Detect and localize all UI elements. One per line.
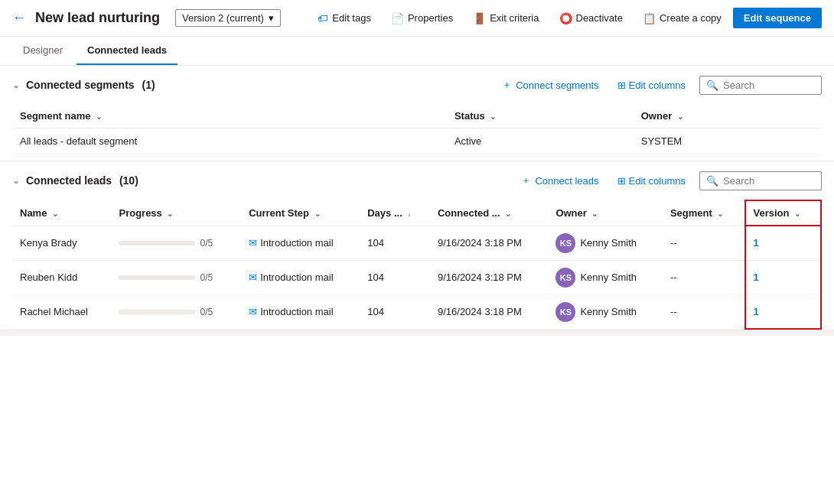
lead-name-cell: Kenya Brady xyxy=(12,226,111,260)
mail-icon: ✉ xyxy=(249,272,257,283)
sort-status-icon: ⌄ xyxy=(490,112,496,121)
connect-segments-button[interactable]: ＋ Connect segments xyxy=(497,75,603,95)
table-row: Rachel Michael 0/5 ✉ Introduction mail 1… xyxy=(12,294,821,329)
segments-search-box[interactable]: 🔍 xyxy=(699,76,822,95)
lead-progress-cell: 0/5 xyxy=(111,260,241,294)
properties-icon: 📄 xyxy=(391,12,404,24)
edit-sequence-button[interactable]: Edit sequence xyxy=(733,8,822,28)
tab-bar: Designer Connected leads xyxy=(0,37,834,66)
lead-version-cell: 1 xyxy=(745,260,821,294)
tab-designer[interactable]: Designer xyxy=(12,37,73,65)
properties-label: Properties xyxy=(408,12,453,24)
col-days[interactable]: Days ... ↓ xyxy=(360,200,430,226)
sort-version-icon: ⌄ xyxy=(794,210,800,218)
exit-criteria-button[interactable]: 🚪 Exit criteria xyxy=(464,8,547,29)
exit-criteria-icon: 🚪 xyxy=(473,12,486,24)
top-bar: ← New lead nurturing Version 2 (current)… xyxy=(0,0,834,37)
lead-name-cell: Rachel Michael xyxy=(12,294,111,329)
segments-search-icon: 🔍 xyxy=(706,80,718,91)
col-owner-seg[interactable]: Owner ⌄ xyxy=(634,104,822,128)
edit-tags-button[interactable]: 🏷 Edit tags xyxy=(309,8,380,29)
sort-current-step-icon: ⌄ xyxy=(314,210,321,218)
sort-owner-icon: ⌄ xyxy=(591,210,598,218)
owner-name: Kenny Smith xyxy=(580,272,637,283)
edit-columns-leads-button[interactable]: ⊞ Edit columns xyxy=(613,172,690,190)
lead-progress-cell: 0/5 xyxy=(111,226,241,260)
segments-collapse-icon[interactable]: ⌄ xyxy=(12,80,20,90)
page-title: New lead nurturing xyxy=(35,10,160,26)
mail-icon: ✉ xyxy=(249,237,257,249)
tag-icon: 🏷 xyxy=(318,12,328,24)
tab-connected-leads[interactable]: Connected leads xyxy=(77,37,178,65)
top-actions: 🏷 Edit tags 📄 Properties 🚪 Exit criteria… xyxy=(309,8,822,29)
create-copy-icon: 📋 xyxy=(643,12,656,24)
col-owner[interactable]: Owner ⌄ xyxy=(548,200,662,226)
table-row: Kenya Brady 0/5 ✉ Introduction mail 104 … xyxy=(12,226,821,260)
version-chevron-icon: ▾ xyxy=(269,12,274,24)
lead-name-cell: Reuben Kidd xyxy=(12,260,111,294)
col-name[interactable]: Name ⌄ xyxy=(12,200,111,226)
leads-section-actions: ＋ Connect leads ⊞ Edit columns 🔍 xyxy=(516,171,822,190)
connect-leads-button[interactable]: ＋ Connect leads xyxy=(516,171,603,190)
deactivate-icon: ⭕ xyxy=(559,12,572,24)
lead-owner-cell: KS Kenny Smith xyxy=(548,226,662,260)
back-button[interactable]: ← xyxy=(12,10,26,26)
owner-seg-cell: SYSTEM xyxy=(634,128,822,154)
avatar: KS xyxy=(555,233,575,253)
connected-segments-section: ⌄ Connected segments (1) ＋ Connect segme… xyxy=(0,66,834,161)
col-segment-name[interactable]: Segment name ⌄ xyxy=(12,104,447,128)
lead-days-cell: 104 xyxy=(360,260,430,294)
lead-connected-cell: 9/16/2024 3:18 PM xyxy=(430,260,548,294)
sort-name-icon: ⌄ xyxy=(52,210,58,218)
col-connected[interactable]: Connected ... ⌄ xyxy=(430,200,548,226)
col-current-step[interactable]: Current Step ⌄ xyxy=(241,200,360,226)
leads-table: Name ⌄ Progress ⌄ Current Step ⌄ Days ..… xyxy=(12,200,822,330)
scroll-bar-area[interactable] xyxy=(0,330,834,336)
leads-search-box[interactable]: 🔍 xyxy=(699,171,822,190)
version-label: Version 2 (current) xyxy=(182,12,264,24)
sort-segment-icon: ⌄ xyxy=(717,210,723,218)
avatar: KS xyxy=(555,302,575,322)
sort-connected-icon: ⌄ xyxy=(505,210,511,218)
connected-leads-section: ⌄ Connected leads (10) ＋ Connect leads ⊞… xyxy=(0,161,834,330)
exit-criteria-label: Exit criteria xyxy=(490,12,539,24)
edit-columns-segments-button[interactable]: ⊞ Edit columns xyxy=(613,76,690,94)
properties-button[interactable]: 📄 Properties xyxy=(383,8,461,29)
edit-tags-label: Edit tags xyxy=(332,12,371,24)
owner-name: Kenny Smith xyxy=(580,306,637,317)
col-segment[interactable]: Segment ⌄ xyxy=(663,200,745,226)
leads-collapse-icon[interactable]: ⌄ xyxy=(12,175,20,186)
lead-segment-cell: -- xyxy=(663,260,745,294)
lead-connected-cell: 9/16/2024 3:18 PM xyxy=(430,226,548,260)
lead-progress-cell: 0/5 xyxy=(111,294,241,329)
segment-name-cell: All leads - default segment xyxy=(12,128,447,154)
connected-leads-title: Connected leads (10) xyxy=(26,174,138,187)
deactivate-label: Deactivate xyxy=(576,12,623,24)
table-row: Reuben Kidd 0/5 ✉ Introduction mail 104 … xyxy=(12,260,821,294)
lead-current-step-cell: ✉ Introduction mail xyxy=(241,294,360,329)
segments-search-input[interactable] xyxy=(723,80,815,91)
edit-columns-leads-icon: ⊞ xyxy=(617,175,626,187)
edit-columns-segments-icon: ⊞ xyxy=(617,80,626,91)
lead-connected-cell: 9/16/2024 3:18 PM xyxy=(430,294,548,329)
status-cell: Active xyxy=(447,128,634,154)
plus-icon: ＋ xyxy=(502,78,512,92)
version-dropdown[interactable]: Version 2 (current) ▾ xyxy=(175,9,281,27)
lead-current-step-cell: ✉ Introduction mail xyxy=(241,260,360,294)
col-status[interactable]: Status ⌄ xyxy=(447,104,634,128)
deactivate-button[interactable]: ⭕ Deactivate xyxy=(551,8,631,29)
segments-table-area: Segment name ⌄ Status ⌄ Owner ⌄ xyxy=(0,104,834,161)
col-progress[interactable]: Progress ⌄ xyxy=(111,200,241,226)
create-copy-button[interactable]: 📋 Create a copy xyxy=(634,8,730,29)
sort-owner-seg-icon: ⌄ xyxy=(677,112,683,121)
connected-segments-header: ⌄ Connected segments (1) ＋ Connect segme… xyxy=(0,66,834,104)
lead-segment-cell: -- xyxy=(663,226,745,260)
lead-version-cell: 1 xyxy=(745,226,821,260)
mail-icon: ✉ xyxy=(249,306,257,317)
col-version[interactable]: Version ⌄ xyxy=(745,200,821,226)
connected-leads-header: ⌄ Connected leads (10) ＋ Connect leads ⊞… xyxy=(0,161,834,200)
segments-table-header-row: Segment name ⌄ Status ⌄ Owner ⌄ xyxy=(12,104,822,128)
lead-current-step-cell: ✉ Introduction mail xyxy=(241,226,360,260)
leads-search-input[interactable] xyxy=(723,175,815,187)
create-copy-label: Create a copy xyxy=(660,12,722,24)
